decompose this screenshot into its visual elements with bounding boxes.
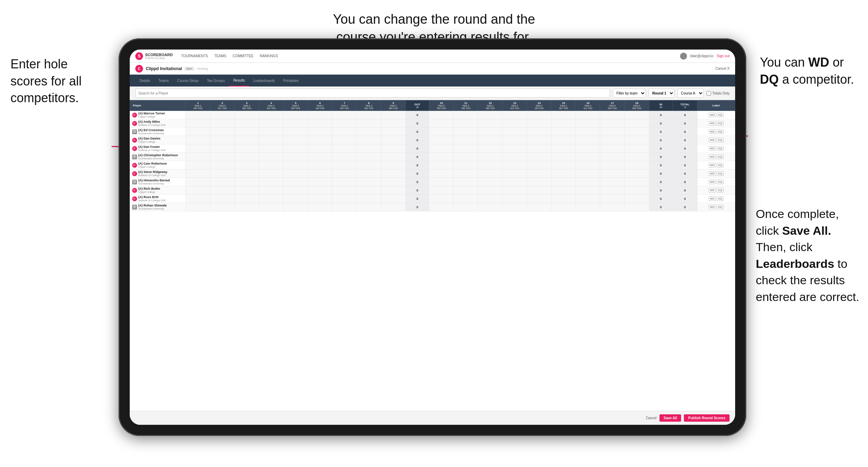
score-cell[interactable] [625, 128, 649, 136]
score-cell[interactable] [454, 203, 478, 211]
score-cell[interactable] [210, 128, 235, 136]
score-cell[interactable] [576, 170, 600, 178]
score-cell[interactable] [551, 144, 576, 153]
cancel-bottom-button[interactable]: Cancel [646, 416, 657, 420]
score-cell[interactable] [503, 128, 527, 136]
score-cell[interactable] [503, 170, 527, 178]
score-cell[interactable] [235, 178, 259, 186]
score-cell[interactable] [284, 203, 308, 211]
score-cell[interactable] [429, 203, 454, 211]
score-cell[interactable] [186, 136, 210, 144]
score-cell[interactable] [284, 186, 308, 195]
score-cell[interactable] [429, 128, 454, 136]
tab-leaderboards[interactable]: Leaderboards [249, 75, 279, 86]
score-cell[interactable] [551, 128, 576, 136]
score-cell[interactable] [527, 195, 551, 203]
score-cell[interactable] [210, 136, 235, 144]
score-cell[interactable] [576, 203, 600, 211]
score-cell[interactable] [284, 136, 308, 144]
score-cell[interactable] [478, 128, 503, 136]
score-cell[interactable] [503, 203, 527, 211]
score-cell[interactable] [259, 119, 284, 128]
score-cell[interactable] [357, 195, 381, 203]
search-input[interactable] [135, 89, 610, 98]
score-cell[interactable] [551, 119, 576, 128]
score-cell[interactable] [600, 170, 625, 178]
score-cell[interactable] [259, 153, 284, 161]
score-cell[interactable] [381, 195, 406, 203]
score-cell[interactable] [210, 178, 235, 186]
score-cell[interactable] [186, 203, 210, 211]
score-cell[interactable] [527, 144, 551, 153]
score-cell[interactable] [259, 195, 284, 203]
score-cell[interactable] [357, 128, 381, 136]
dq-button[interactable]: DQ [717, 121, 724, 126]
score-cell[interactable] [308, 203, 332, 211]
dq-button[interactable]: DQ [717, 155, 724, 159]
score-cell[interactable] [576, 178, 600, 186]
score-cell[interactable] [429, 170, 454, 178]
score-cell[interactable] [332, 111, 357, 119]
score-cell[interactable] [551, 195, 576, 203]
score-cell[interactable] [625, 170, 649, 178]
score-cell[interactable] [235, 111, 259, 119]
nav-rankings[interactable]: RANKINGS [260, 53, 278, 59]
score-cell[interactable] [186, 178, 210, 186]
score-cell[interactable] [576, 111, 600, 119]
score-cell[interactable] [381, 119, 406, 128]
score-cell[interactable] [600, 203, 625, 211]
score-cell[interactable] [551, 153, 576, 161]
score-cell[interactable] [308, 128, 332, 136]
score-cell[interactable] [332, 178, 357, 186]
score-cell[interactable] [235, 203, 259, 211]
score-cell[interactable] [625, 119, 649, 128]
score-cell[interactable] [429, 144, 454, 153]
sign-out-link[interactable]: Sign out [717, 54, 730, 58]
score-cell[interactable] [551, 161, 576, 170]
score-cell[interactable] [259, 144, 284, 153]
score-cell[interactable] [357, 111, 381, 119]
wd-button[interactable]: WD [709, 129, 716, 134]
dq-button[interactable]: DQ [717, 180, 724, 184]
score-cell[interactable] [625, 203, 649, 211]
score-cell[interactable] [210, 119, 235, 128]
dq-button[interactable]: DQ [717, 171, 724, 176]
totals-only-checkbox[interactable] [707, 91, 711, 96]
score-cell[interactable] [576, 153, 600, 161]
score-cell[interactable] [381, 153, 406, 161]
score-cell[interactable] [259, 161, 284, 170]
score-cell[interactable] [235, 119, 259, 128]
tab-teams[interactable]: Teams [154, 75, 173, 86]
score-cell[interactable] [381, 203, 406, 211]
score-cell[interactable] [429, 136, 454, 144]
score-cell[interactable] [235, 153, 259, 161]
score-cell[interactable] [186, 144, 210, 153]
score-cell[interactable] [625, 195, 649, 203]
score-cell[interactable] [454, 195, 478, 203]
score-cell[interactable] [527, 153, 551, 161]
wd-button[interactable]: WD [709, 155, 716, 159]
score-cell[interactable] [576, 128, 600, 136]
score-cell[interactable] [332, 144, 357, 153]
score-cell[interactable] [186, 153, 210, 161]
nav-committee[interactable]: COMMITTEE [233, 53, 254, 59]
score-cell[interactable] [503, 178, 527, 186]
score-cell[interactable] [308, 195, 332, 203]
score-cell[interactable] [551, 186, 576, 195]
score-cell[interactable] [551, 203, 576, 211]
score-cell[interactable] [210, 195, 235, 203]
score-cell[interactable] [454, 186, 478, 195]
dq-button[interactable]: DQ [717, 129, 724, 134]
score-cell[interactable] [259, 186, 284, 195]
wd-button[interactable]: WD [709, 171, 716, 176]
score-cell[interactable] [454, 170, 478, 178]
score-cell[interactable] [186, 119, 210, 128]
score-cell[interactable] [332, 186, 357, 195]
score-cell[interactable] [600, 111, 625, 119]
score-cell[interactable] [503, 111, 527, 119]
score-cell[interactable] [259, 111, 284, 119]
score-cell[interactable] [576, 161, 600, 170]
score-cell[interactable] [308, 144, 332, 153]
score-cell[interactable] [332, 195, 357, 203]
score-cell[interactable] [478, 170, 503, 178]
